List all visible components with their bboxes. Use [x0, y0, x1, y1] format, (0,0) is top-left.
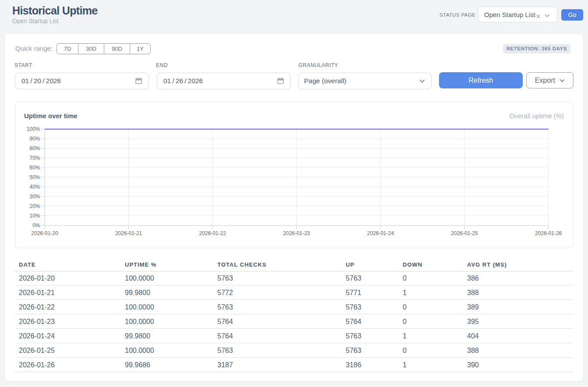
- svg-text:20%: 20%: [29, 203, 40, 209]
- svg-text:40%: 40%: [29, 184, 40, 190]
- svg-text:2026-01-25: 2026-01-25: [451, 230, 478, 236]
- svg-text:100%: 100%: [27, 126, 40, 132]
- svg-text:2026-01-23: 2026-01-23: [283, 230, 310, 236]
- svg-text:30%: 30%: [29, 194, 40, 200]
- svg-text:2026-01-22: 2026-01-22: [199, 230, 227, 236]
- svg-text:50%: 50%: [29, 174, 40, 180]
- svg-text:90%: 90%: [29, 136, 40, 142]
- svg-text:2026-01-26: 2026-01-26: [535, 230, 562, 236]
- svg-text:70%: 70%: [29, 155, 40, 161]
- svg-text:10%: 10%: [29, 213, 40, 219]
- svg-text:0%: 0%: [32, 222, 40, 229]
- svg-text:2026-01-21: 2026-01-21: [115, 230, 142, 236]
- svg-text:2026-01-24: 2026-01-24: [367, 230, 394, 236]
- svg-text:2026-01-20: 2026-01-20: [31, 230, 58, 236]
- svg-text:80%: 80%: [29, 145, 40, 151]
- svg-text:60%: 60%: [29, 165, 40, 171]
